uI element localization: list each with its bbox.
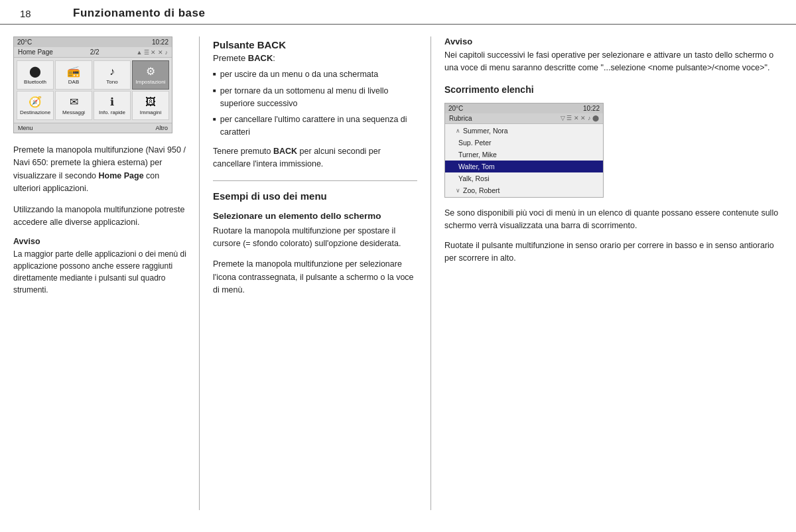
- bluetooth-icon: ⬤: [29, 65, 41, 78]
- col-left: 20°C 10:22 Home Page 2/2 ▲ ☰ ✕ ✕ ♪ ⬤ Blu…: [13, 36, 199, 510]
- page-number: 18: [20, 8, 46, 19]
- device-icon-impostazioni[interactable]: ⚙ Impostazioni: [132, 60, 169, 90]
- left-paragraph-1: Premete la manopola multifunzione (Navi …: [13, 144, 187, 196]
- list-item-label-sup: Sup. Peter: [458, 139, 492, 147]
- dab-icon: 📻: [67, 65, 80, 78]
- list-item-zoo[interactable]: ∨ Zoo, Robert: [445, 184, 603, 196]
- list-item-label-walter: Walter, Tom: [458, 163, 495, 170]
- device-time: 10:22: [152, 38, 168, 46]
- device-icon-label-dab: DAB: [68, 79, 79, 85]
- device-temp: 20°C: [17, 38, 32, 46]
- content-area: 20°C 10:22 Home Page 2/2 ▲ ☰ ✕ ✕ ♪ ⬤ Blu…: [0, 25, 796, 522]
- device-screen-1: 20°C 10:22 Home Page 2/2 ▲ ☰ ✕ ✕ ♪ ⬤ Blu…: [13, 36, 172, 133]
- info-icon: ℹ: [110, 96, 114, 108]
- col-middle: Pulsante BACK Premete BACK: per uscire d…: [199, 36, 431, 510]
- device-nav: Home Page 2/2 ▲ ☰ ✕ ✕ ♪: [14, 47, 172, 58]
- back-bullet-list: per uscire da un menu o da una schermata…: [213, 68, 417, 139]
- device-nav-icons: ▲ ☰ ✕ ✕ ♪: [137, 49, 168, 56]
- list-item-label-turner: Turner, Mike: [458, 151, 497, 159]
- device-bottom-bar: Menu Altro: [14, 123, 172, 133]
- device-icon-label-immagini: Immagini: [140, 109, 161, 115]
- right-avviso-text: Nei capitoli successivi le fasi operativ…: [444, 49, 783, 75]
- left-avviso-text: La maggior parte delle applicazioni o de…: [13, 248, 187, 296]
- device-icons-grid: ⬤ Bluetooth 📻 DAB ♪ Tono ⚙ Impostazioni …: [14, 58, 172, 123]
- page-title: Funzionamento di base: [73, 7, 205, 20]
- list-item-sup[interactable]: Sup. Peter: [445, 137, 603, 149]
- device-icon-label-tono: Tono: [106, 79, 117, 85]
- device-icon-tono[interactable]: ♪ Tono: [94, 60, 131, 90]
- list-item-summer[interactable]: ∧ Summer, Nora: [445, 125, 603, 137]
- list-item-label-zoo: Zoo, Robert: [463, 186, 499, 194]
- device2-time: 10:22: [583, 105, 600, 112]
- device-nav-label: Home Page: [18, 48, 53, 56]
- device-menu-label: Menu: [18, 125, 33, 131]
- left-avviso-box: Avviso La maggior parte delle applicazio…: [13, 237, 187, 296]
- left-avviso-title: Avviso: [13, 237, 187, 246]
- bullet-item-2: per tornare da un sottomenu al menu di l…: [213, 85, 417, 110]
- right-avviso-title: Avviso: [444, 36, 783, 46]
- bullet-item-1: per uscire da un menu o da una schermata: [213, 68, 417, 81]
- list-item-walter[interactable]: Walter, Tom: [445, 161, 603, 172]
- scroll-section-title: Scorrimento elenchi: [444, 84, 783, 95]
- device2-rubrica-label: Rubrica: [449, 115, 472, 122]
- list-item-turner[interactable]: Turner, Mike: [445, 149, 603, 161]
- back-section-title: Pulsante BACK: [213, 39, 417, 50]
- list-item-yalk[interactable]: Yalk, Rosi: [445, 172, 603, 184]
- device-icon-info[interactable]: ℹ Info. rapide: [94, 91, 131, 120]
- list-item-label-yalk: Yalk, Rosi: [458, 174, 490, 182]
- divider-1: [213, 180, 417, 181]
- immagini-icon: 🖼: [145, 96, 156, 108]
- device2-temp: 20°C: [448, 105, 463, 112]
- device-icon-label-destinazione: Destinazione: [20, 109, 50, 115]
- device-screen-2: 20°C 10:22 Rubrica ▽ ☰ ✕ ✕ ♪ ⬤ ∧ Summer,…: [444, 103, 604, 198]
- chevron-up-icon: ∧: [456, 127, 460, 134]
- device-icon-label-bluetooth: Bluetooth: [24, 79, 46, 85]
- right-bottom-text-1: Se sono disponibili più voci di menù in …: [444, 207, 783, 233]
- left-paragraph-2: Utilizzando la manopola multifunzione po…: [13, 204, 187, 230]
- device-nav-page: 2/2: [90, 48, 100, 56]
- device-rubrica-bar: Rubrica ▽ ☰ ✕ ✕ ♪ ⬤: [445, 113, 603, 124]
- device-icon-label-impostazioni: Impostazioni: [136, 79, 166, 85]
- device-topbar-1: 20°C 10:22: [14, 37, 172, 47]
- col-right: Avviso Nei capitoli successivi le fasi o…: [431, 36, 783, 510]
- esempi-title: Esempi di uso dei menu: [213, 190, 417, 202]
- tono-icon: ♪: [109, 66, 115, 78]
- device-icon-destinazione[interactable]: 🧭 Destinazione: [17, 91, 54, 120]
- device-topbar-2: 20°C 10:22: [445, 103, 603, 113]
- device-altro-label: Altro: [155, 125, 168, 131]
- device-icon-label-info: Info. rapide: [99, 109, 125, 115]
- messaggi-icon: ✉: [70, 96, 78, 108]
- device-icon-label-messaggi: Messaggi: [62, 109, 85, 115]
- chevron-down-icon: ∨: [456, 187, 460, 194]
- device-icon-dab[interactable]: 📻 DAB: [55, 60, 92, 90]
- device2-rubrica-icons: ▽ ☰ ✕ ✕ ♪ ⬤: [561, 115, 599, 121]
- back-hold-text: Tenere premuto BACK per alcuni secondi p…: [213, 145, 417, 171]
- device-icon-immagini[interactable]: 🖼 Immagini: [132, 91, 169, 120]
- selezionare-title: Selezionare un elemento dello schermo: [213, 211, 417, 221]
- right-bottom-text-2: Ruotate il pulsante multifunzione in sen…: [444, 239, 783, 265]
- device-list: ∧ Summer, Nora Sup. Peter Turner, Mike W…: [445, 124, 603, 197]
- back-section-subtitle: Premete BACK:: [213, 53, 417, 63]
- device-icon-messaggi[interactable]: ✉ Messaggi: [55, 91, 92, 120]
- page-header: 18 Funzionamento di base: [0, 0, 796, 25]
- destinazione-icon: 🧭: [29, 96, 42, 108]
- device-icon-bluetooth[interactable]: ⬤ Bluetooth: [17, 60, 54, 90]
- selezionare-text-2: Premete la manopola multifunzione per se…: [213, 258, 417, 297]
- selezionare-text-1: Ruotare la manopola multifunzione per sp…: [213, 225, 417, 251]
- impostazioni-icon: ⚙: [146, 65, 155, 78]
- list-item-label-summer: Summer, Nora: [463, 127, 508, 135]
- bullet-item-3: per cancellare l'ultimo carattere in una…: [213, 113, 417, 139]
